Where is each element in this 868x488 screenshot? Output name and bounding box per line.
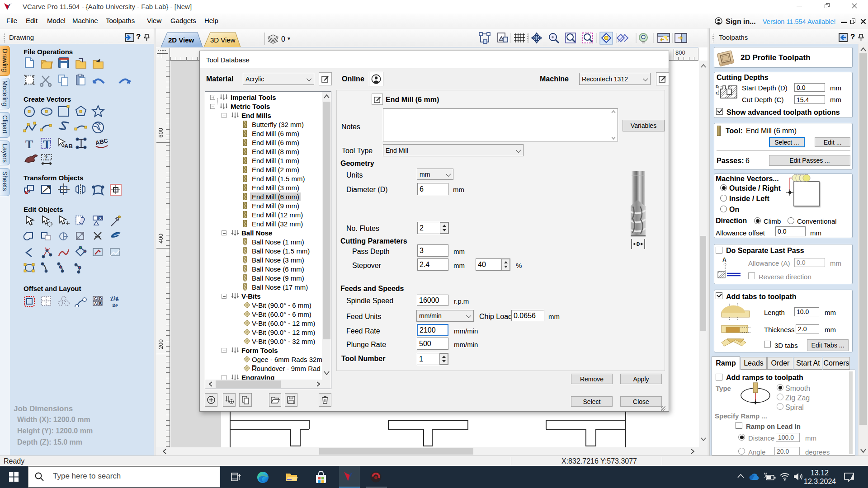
svg-text:?: ? — [44, 155, 47, 161]
svg-text:X: X — [99, 216, 102, 221]
svg-text:D: D — [637, 242, 640, 247]
svg-text:D: D — [99, 296, 102, 301]
svg-text:C: C — [94, 296, 97, 301]
svg-text:AB: AB — [64, 143, 73, 150]
svg-text:A: A — [94, 301, 97, 306]
svg-text:T: T — [25, 138, 33, 151]
svg-text:ABC: ABC — [95, 137, 109, 146]
svg-text:B: B — [99, 301, 102, 306]
svg-text:ge: ge — [112, 301, 118, 307]
svg-text:D: D — [716, 84, 719, 89]
svg-text:A: A — [722, 257, 726, 263]
